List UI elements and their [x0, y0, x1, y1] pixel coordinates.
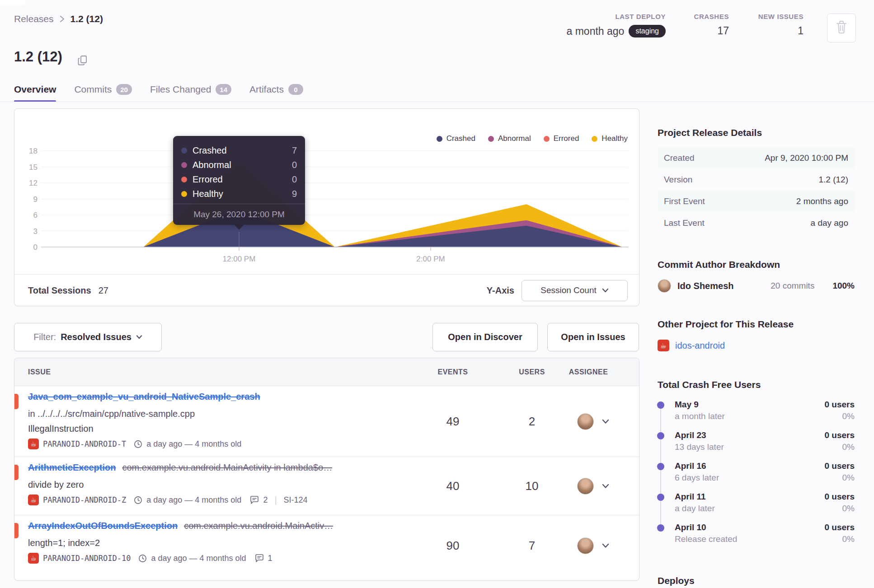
- issue-row[interactable]: Java_com_example_vu_android_NativeSample…: [14, 386, 639, 457]
- chart-tooltip: Crashed 7 Abnormal 0 Errored 0 Healthy 9…: [173, 136, 305, 225]
- crash-free-percent: 0%: [824, 473, 855, 483]
- trash-icon: [835, 20, 848, 36]
- detail-value: 1.2 (12): [819, 175, 848, 185]
- crash-free-percent: 0%: [824, 504, 855, 513]
- comments-icon: [250, 496, 259, 504]
- open-in-discover-button[interactable]: Open in Discover: [432, 323, 538, 351]
- issue-title-link[interactable]: Java_com_example_vu_android_NativeSample…: [28, 392, 260, 402]
- stat-crashes-value: 17: [717, 25, 729, 37]
- issue-culprit: com.example.vu.android.MainActivity in l…: [122, 462, 332, 473]
- assignee-avatar[interactable]: [577, 413, 594, 430]
- crash-free-heading: Total Crash Free Users: [658, 379, 761, 390]
- issue-row[interactable]: ArrayIndexOutOfBoundsException com.examp…: [14, 515, 639, 576]
- y-axis-selected-value: Session Count: [540, 285, 597, 295]
- issues-filter-select[interactable]: Filter: Resolved Issues: [14, 323, 162, 351]
- legend-item-healthy[interactable]: Healthy: [592, 134, 628, 143]
- timeline-dot: [657, 432, 664, 439]
- y-axis-label: Y-Axis: [487, 285, 514, 296]
- copy-version-button[interactable]: [78, 55, 88, 68]
- svg-text:12: 12: [29, 179, 38, 187]
- legend-item-crashed[interactable]: Crashed: [437, 134, 475, 143]
- crash-free-users: 0 users: [824, 461, 855, 473]
- issue-row[interactable]: ArithmeticException com.example.vu.andro…: [14, 457, 639, 515]
- tab-overview[interactable]: Overview: [14, 84, 56, 102]
- crash-free-date: May 9: [675, 400, 725, 411]
- stat-last-deploy: LAST DEPLOY a month ago staging: [567, 13, 666, 37]
- crash-free-item: April 23 13 days later 0 users 0%: [675, 430, 855, 452]
- error-level-bar: [14, 523, 19, 538]
- issue-short-id: SI-124: [284, 495, 308, 505]
- issue-culprit-path: in ../../../../src/main/cpp/native-sampl…: [28, 406, 403, 421]
- column-header-issue: ISSUE: [28, 358, 51, 386]
- legend-label-abnormal: Abnormal: [498, 134, 531, 143]
- tooltip-timestamp: May 26, 2020 12:00 PM: [173, 204, 305, 225]
- environment-badge: staging: [629, 25, 666, 37]
- assignee-avatar[interactable]: [577, 537, 594, 554]
- tooltip-label-healthy: Healthy: [193, 189, 292, 199]
- chevron-down-icon[interactable]: [602, 543, 609, 548]
- chevron-down-icon[interactable]: [602, 484, 609, 489]
- chevron-down-icon[interactable]: [602, 419, 609, 424]
- commit-author-heading: Commit Author Breakdown: [658, 259, 780, 270]
- crash-free-date: April 10: [675, 523, 737, 534]
- crash-free-item: April 10 Release created 0 users 0%: [675, 523, 855, 544]
- tab-files-changed[interactable]: Files Changed 14: [150, 84, 231, 102]
- chart-footer: Total Sessions 27 Y-Axis Session Count: [14, 274, 639, 306]
- detail-row-last-event: Last Event a day ago: [658, 212, 855, 234]
- assignee-avatar[interactable]: [577, 478, 594, 495]
- issue-message: IllegalInstruction: [28, 421, 403, 436]
- issue-age: a day ago — 4 months old: [146, 439, 241, 449]
- project-java-icon: ☕: [28, 495, 39, 505]
- tab-artifacts[interactable]: Artifacts 0: [249, 84, 303, 102]
- issue-age: a day ago — 4 months old: [146, 495, 241, 505]
- project-java-icon: ☕: [28, 439, 39, 449]
- meta-divider: |: [274, 495, 277, 505]
- breadcrumb-releases-link[interactable]: Releases: [14, 14, 54, 24]
- tab-commits[interactable]: Commits 20: [74, 84, 132, 102]
- issue-title-link[interactable]: ArithmeticException: [28, 462, 116, 473]
- tooltip-dot-abnormal: [181, 162, 187, 168]
- legend-item-errored[interactable]: Errored: [544, 134, 579, 143]
- column-header-events: EVENTS: [423, 358, 482, 386]
- tab-overview-label: Overview: [14, 84, 56, 95]
- tooltip-dot-crashed: [181, 148, 187, 154]
- other-project-link[interactable]: idos-android: [675, 341, 725, 351]
- delete-release-button[interactable]: [827, 14, 856, 42]
- author-percent: 100%: [832, 281, 855, 291]
- release-details-table: Created Apr 9, 2020 10:00 PM Version 1.2…: [658, 147, 855, 234]
- comments-icon: [255, 554, 264, 562]
- crash-free-date: April 23: [675, 430, 724, 442]
- filter-selected-value: Resolved Issues: [61, 332, 132, 342]
- timeline-dot: [657, 463, 664, 470]
- clock-icon: [134, 496, 142, 504]
- crash-free-sub: 13 days later: [675, 442, 724, 452]
- chevron-right-icon: [59, 14, 65, 23]
- tooltip-row-abnormal: Abnormal 0: [181, 158, 297, 172]
- crash-free-sub: a month later: [675, 411, 725, 421]
- issue-culprit: com.example.vu.android.MainActiv…: [184, 521, 333, 531]
- crash-free-users: 0 users: [824, 492, 855, 504]
- crash-free-users: 0 users: [824, 523, 855, 534]
- legend-item-abnormal[interactable]: Abnormal: [488, 134, 531, 143]
- svg-text:12:00 PM: 12:00 PM: [223, 255, 256, 263]
- legend-label-errored: Errored: [554, 134, 579, 143]
- tab-commits-badge: 20: [116, 84, 132, 95]
- open-in-issues-button[interactable]: Open in Issues: [547, 323, 639, 351]
- y-axis-select[interactable]: Session Count: [522, 280, 628, 301]
- open-in-discover-label: Open in Discover: [448, 332, 522, 342]
- issue-events-count: 40: [423, 457, 482, 515]
- crash-free-date: April 11: [675, 492, 715, 504]
- tooltip-value-errored: 0: [292, 174, 297, 185]
- issues-table: ISSUE EVENTS USERS ASSIGNEE Java_com_exa…: [14, 358, 639, 581]
- svg-text:6: 6: [33, 211, 38, 219]
- detail-label: Created: [664, 153, 695, 163]
- tooltip-value-crashed: 7: [292, 145, 297, 156]
- tab-bar: Overview Commits 20 Files Changed 14 Art…: [14, 78, 303, 102]
- tooltip-value-abnormal: 0: [292, 160, 297, 170]
- error-level-bar: [14, 465, 19, 480]
- issue-title-link[interactable]: ArrayIndexOutOfBoundsException: [28, 521, 178, 531]
- tooltip-label-abnormal: Abnormal: [193, 160, 292, 170]
- crash-free-item: May 9 a month later 0 users 0%: [675, 400, 855, 421]
- tabs-divider: [0, 102, 874, 102]
- issue-users-count: 10: [503, 457, 561, 515]
